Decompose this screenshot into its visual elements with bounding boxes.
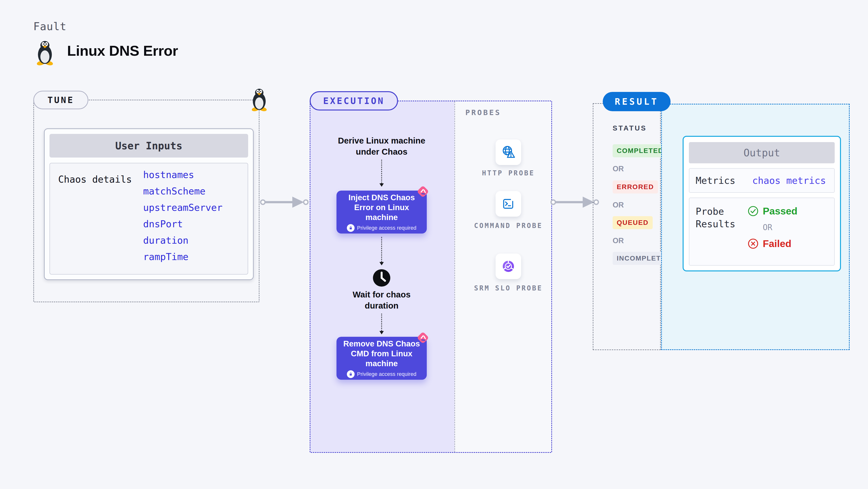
failed-line: Failed <box>747 238 798 250</box>
command-probe-card[interactable] <box>496 191 521 217</box>
chaos-fault-icon <box>416 331 430 345</box>
chaos-fault-icon <box>416 185 430 199</box>
user-inputs-card: User Inputs Chaos details hostnames matc… <box>44 128 254 280</box>
probes-section-label: PROBES <box>465 108 501 117</box>
input-upstreamserver[interactable]: upstreamServer <box>143 199 222 216</box>
status-label: STATUS <box>613 124 647 132</box>
srm-slo-pie-check-icon <box>501 259 516 274</box>
linux-tux-icon <box>35 40 55 66</box>
or-label: OR <box>763 223 798 232</box>
result-pill: RESULT <box>603 92 671 111</box>
passed-line: Passed <box>747 205 798 217</box>
inject-node-title: Inject DNS Chaos Error on Linux machine <box>341 193 423 222</box>
execution-pill: EXECUTION <box>310 91 398 110</box>
user-inputs-body: Chaos details hostnames matchScheme upst… <box>50 163 248 274</box>
passed-label: Passed <box>763 205 798 217</box>
status-badge-errored: ERRORED <box>613 181 658 193</box>
passed-check-icon <box>747 205 759 217</box>
wait-duration-step: Wait for chaos duration <box>345 289 418 311</box>
or-label: OR <box>613 165 624 173</box>
result-status-box: STATUS COMPLETED OR ERRORED OR QUEUED OR… <box>593 103 661 350</box>
probe-results-values: Passed OR Failed <box>747 205 798 258</box>
input-ramptime[interactable]: rampTime <box>143 249 222 265</box>
inject-privilege-badge: Privilege access required <box>347 224 416 232</box>
user-inputs-header: User Inputs <box>50 134 248 158</box>
lock-icon <box>347 224 354 232</box>
arrow-tune-to-execution <box>259 194 310 210</box>
remove-node-title: Remove DNS Chaos CMD from Linux machine <box>341 339 423 368</box>
connector-wait-to-remove <box>379 314 384 334</box>
chaos-details-label: Chaos details <box>58 174 132 185</box>
command-probe-label: COMMAND PROBE <box>472 220 545 231</box>
fault-diagram-page: Fault Linux DNS Error TUNE User Inputs C… <box>0 0 868 489</box>
fault-kind-label: Fault <box>33 20 66 33</box>
chaos-inputs-list: hostnames matchScheme upstreamServer dns… <box>143 167 222 265</box>
http-probe-label: HTTP PROBE <box>472 167 545 179</box>
page-title: Linux DNS Error <box>67 42 178 59</box>
connector-derive-to-inject <box>379 160 384 187</box>
linux-tux-corner-icon <box>250 88 268 111</box>
input-matchscheme[interactable]: matchScheme <box>143 183 222 199</box>
failed-x-icon <box>747 238 759 250</box>
or-label: OR <box>613 201 624 209</box>
result-output-area: Output Metrics chaos metrics Probe Resul… <box>661 104 850 350</box>
probes-divider <box>455 101 455 452</box>
srm-slo-probe-card[interactable] <box>496 254 521 279</box>
or-label: OR <box>613 236 624 245</box>
tune-pill: TUNE <box>33 91 88 109</box>
connector-inject-to-wait <box>379 237 384 265</box>
lock-icon <box>347 370 354 378</box>
metrics-label: Metrics <box>696 175 735 186</box>
status-badge-completed: COMPLETED <box>613 144 668 157</box>
inject-dns-chaos-node[interactable]: Inject DNS Chaos Error on Linux machine … <box>337 191 427 233</box>
remove-privilege-badge: Privilege access required <box>347 370 416 378</box>
metrics-value-link[interactable]: chaos metrics <box>752 175 826 186</box>
command-terminal-icon <box>501 196 516 211</box>
probe-results-label: Probe Results <box>696 205 739 258</box>
remove-privilege-text: Privilege access required <box>357 371 416 377</box>
probe-results-row: Probe Results Passed OR <box>689 198 835 266</box>
srm-slo-probe-label: SRM SLO PROBE <box>472 283 545 294</box>
metrics-row: Metrics chaos metrics <box>689 168 835 193</box>
input-dnsport[interactable]: dnsPort <box>143 216 222 232</box>
failed-label: Failed <box>763 238 791 250</box>
derive-machine-step: Derive Linux machine under Chaos <box>336 135 428 157</box>
output-box: Output Metrics chaos metrics Probe Resul… <box>683 136 841 271</box>
status-badge-queued: QUEUED <box>613 216 653 229</box>
http-probe-card[interactable] <box>496 139 521 165</box>
output-header: Output <box>689 142 835 163</box>
http-globe-warning-icon <box>501 144 516 160</box>
inject-privilege-text: Privilege access required <box>357 225 416 231</box>
input-duration[interactable]: duration <box>143 232 222 249</box>
wait-clock-icon <box>372 269 391 287</box>
arrow-execution-to-result <box>549 194 600 210</box>
remove-dns-chaos-node[interactable]: Remove DNS Chaos CMD from Linux machine … <box>337 337 427 380</box>
input-hostnames[interactable]: hostnames <box>143 167 222 183</box>
